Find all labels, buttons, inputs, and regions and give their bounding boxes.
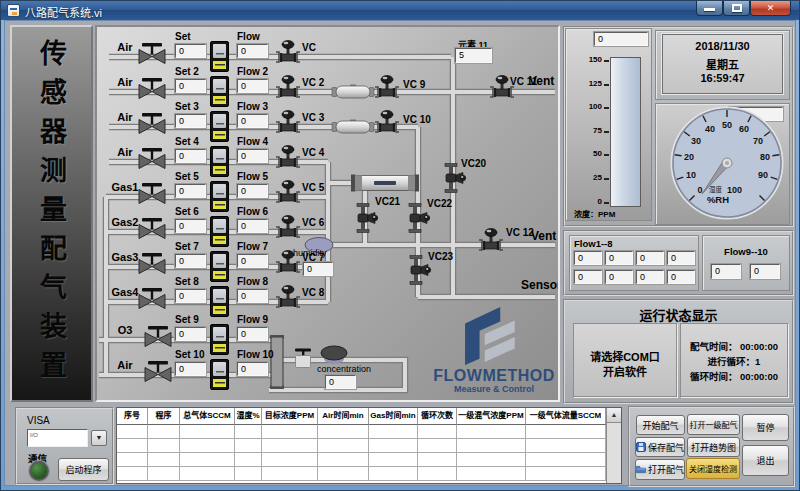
table-cell[interactable] xyxy=(148,439,180,453)
mfc-icon xyxy=(210,286,229,317)
table-cell[interactable] xyxy=(318,467,369,481)
flow-output: 0 xyxy=(237,149,268,163)
table-cell[interactable] xyxy=(262,453,318,467)
table-cell[interactable] xyxy=(117,467,148,481)
vc3-valve-icon[interactable] xyxy=(273,108,303,135)
app-window: 八路配气系统.vi ✕ 传感器测量配气装置 Air Set 0 xyxy=(0,0,800,491)
table-cell[interactable] xyxy=(369,439,418,453)
vc12-label: VC 12 xyxy=(506,227,534,238)
flowmethod-logo-icon xyxy=(463,305,523,365)
table-cell[interactable] xyxy=(526,439,606,453)
table-cell[interactable] xyxy=(180,467,235,481)
table-header: 循环次数 xyxy=(418,408,457,425)
vc8-label: VC 8 xyxy=(302,287,324,298)
table-cell[interactable] xyxy=(418,467,457,481)
table-cell[interactable] xyxy=(318,439,369,453)
table-cell[interactable] xyxy=(117,439,148,453)
manual-valve-icon xyxy=(135,215,169,241)
scroll-up-icon: ▲ xyxy=(611,411,618,418)
table-cell[interactable] xyxy=(318,425,369,439)
table-cell[interactable] xyxy=(457,467,526,481)
table-cell[interactable] xyxy=(148,467,180,481)
table-cell[interactable] xyxy=(369,467,418,481)
save-mix-button[interactable]: 保存配气 xyxy=(635,437,685,457)
table-cell[interactable] xyxy=(235,453,262,467)
flow18-value: 0 xyxy=(574,270,602,284)
pause-button[interactable]: 暂停 xyxy=(742,414,789,441)
vc9-valve-icon[interactable] xyxy=(372,73,402,100)
manual-valve-icon xyxy=(135,75,169,101)
table-cell[interactable] xyxy=(369,453,418,467)
exit-button[interactable]: 退出 xyxy=(742,445,789,476)
vc10-valve-icon[interactable] xyxy=(372,108,402,135)
tank-tick: 25 xyxy=(568,173,602,182)
table-cell[interactable] xyxy=(117,425,148,439)
table-cell[interactable] xyxy=(262,467,318,481)
set-input[interactable]: 0 xyxy=(175,184,206,198)
vc1-valve-icon[interactable] xyxy=(273,38,303,65)
table-cell[interactable] xyxy=(180,425,235,439)
minimize-button[interactable] xyxy=(696,1,723,16)
set-input[interactable]: 0 xyxy=(175,254,206,268)
vc10-label: VC 10 xyxy=(403,114,431,125)
open-mix-button[interactable]: 打开配气 xyxy=(635,459,685,480)
close-button[interactable]: ✕ xyxy=(750,1,791,16)
table-cell[interactable] xyxy=(235,425,262,439)
visa-resource-combo[interactable]: I/O xyxy=(27,429,88,447)
gauge-unit-label: %RH xyxy=(707,194,729,205)
vc4-valve-icon[interactable] xyxy=(273,143,303,170)
status-line: 配气时间： 00:00:00 xyxy=(681,339,787,353)
table-cell[interactable] xyxy=(418,425,457,439)
set-input[interactable]: 0 xyxy=(175,289,206,303)
flow-label: Flow 4 xyxy=(237,136,268,147)
table-cell[interactable] xyxy=(180,453,235,467)
vc5-valve-icon[interactable] xyxy=(273,178,303,205)
vc20-label: VC20 xyxy=(461,158,486,169)
set-input[interactable]: 0 xyxy=(175,114,206,128)
table-cell[interactable] xyxy=(235,439,262,453)
vc6-valve-icon[interactable] xyxy=(273,213,303,240)
table-cell[interactable] xyxy=(526,425,606,439)
maximize-button[interactable] xyxy=(723,1,750,16)
table-cell[interactable] xyxy=(318,453,369,467)
close-humidity-detect-button[interactable]: 关闭湿度检测 xyxy=(686,458,740,479)
mix-chamber-icon xyxy=(331,84,375,100)
table-cell[interactable] xyxy=(457,453,526,467)
set-input[interactable]: 0 xyxy=(175,362,206,376)
table-cell[interactable] xyxy=(526,467,606,481)
open-level1-mix-button[interactable]: 打开一级配气 xyxy=(687,414,740,435)
element11-input[interactable]: 5 xyxy=(455,48,492,63)
manual-valve-icon xyxy=(135,145,169,171)
open-trend-button[interactable]: 打开趋势图 xyxy=(687,437,740,457)
table-cell[interactable] xyxy=(148,453,180,467)
set-input[interactable]: 0 xyxy=(175,79,206,93)
table-cell[interactable] xyxy=(262,425,318,439)
visa-dropdown-button[interactable]: ▼ xyxy=(91,430,107,446)
start-mix-button[interactable]: 开始配气 xyxy=(636,415,685,435)
table-cell[interactable] xyxy=(457,439,526,453)
start-program-button[interactable]: 启动程序 xyxy=(58,458,109,481)
table-cell[interactable] xyxy=(369,425,418,439)
vent-mid-label: Vent xyxy=(531,229,556,243)
table-cell[interactable] xyxy=(457,425,526,439)
vc2-valve-icon[interactable] xyxy=(273,73,303,100)
table-cell[interactable] xyxy=(148,425,180,439)
tank-tick: 0 xyxy=(568,197,602,206)
table-cell[interactable] xyxy=(262,439,318,453)
table-cell[interactable] xyxy=(180,439,235,453)
vc12-valve-icon[interactable] xyxy=(476,226,506,253)
table-cell[interactable] xyxy=(418,453,457,467)
table-cell[interactable] xyxy=(418,439,457,453)
table-cell[interactable] xyxy=(526,453,606,467)
set-input[interactable]: 0 xyxy=(175,44,206,58)
table-cell[interactable] xyxy=(235,467,262,481)
vc8-valve-icon[interactable] xyxy=(273,283,303,310)
vent-top-label: Vent xyxy=(529,74,554,88)
humidity-output: 0 xyxy=(303,262,333,276)
table-scrollbar[interactable]: ▲ xyxy=(606,408,621,483)
table-cell[interactable] xyxy=(117,453,148,467)
scroll-up-button[interactable]: ▲ xyxy=(607,408,621,423)
set-input[interactable]: 0 xyxy=(175,149,206,163)
set-input[interactable]: 0 xyxy=(175,327,206,341)
set-input[interactable]: 0 xyxy=(175,219,206,233)
